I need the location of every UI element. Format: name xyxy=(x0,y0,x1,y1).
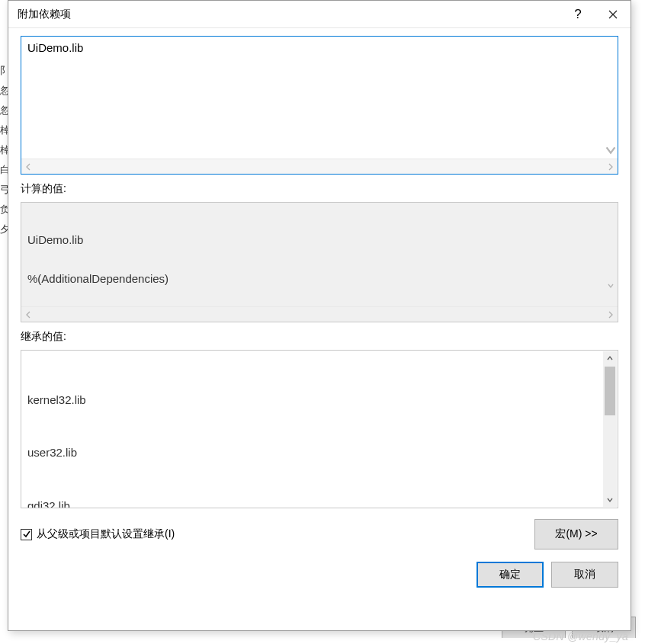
scroll-down-button[interactable] xyxy=(603,493,617,507)
chevron-up-icon xyxy=(606,354,614,362)
inherited-lib: user32.lib xyxy=(27,444,601,461)
calc-hscroll[interactable] xyxy=(21,306,618,322)
titlebar: 附加依赖项 ? xyxy=(8,1,631,28)
dependencies-textarea[interactable] xyxy=(21,37,618,159)
dialog-action-row: 确定 取消 xyxy=(21,562,618,588)
close-button[interactable] xyxy=(595,1,631,27)
calc-vscroll-down[interactable] xyxy=(575,266,615,305)
ok-button[interactable]: 确定 xyxy=(477,562,544,588)
chevron-left-icon xyxy=(24,311,32,319)
inherited-vscroll[interactable] xyxy=(603,351,617,507)
inherited-values-box: kernel32.lib user32.lib gdi32.lib winspo… xyxy=(21,350,618,508)
inherited-lib: gdi32.lib xyxy=(27,497,601,508)
inherited-lib: kernel32.lib xyxy=(27,391,601,409)
close-icon xyxy=(608,10,618,19)
dialog-title: 附加依赖项 xyxy=(18,8,560,21)
check-icon xyxy=(22,530,31,539)
calculated-values-content: UiDemo.lib %(AdditionalDependencies) xyxy=(21,203,618,306)
chevron-down-icon xyxy=(607,282,615,290)
scroll-up-button[interactable] xyxy=(603,351,617,365)
inherit-checkbox-label: 从父级或项目默认设置继承(I) xyxy=(37,527,175,541)
scroll-thumb[interactable] xyxy=(605,367,615,415)
inherited-values-label: 继承的值: xyxy=(21,330,618,344)
options-row: 从父级或项目默认设置继承(I) 宏(M) >> xyxy=(21,519,618,549)
calculated-values-box: UiDemo.lib %(AdditionalDependencies) xyxy=(21,202,618,322)
calc-line: UiDemo.lib xyxy=(27,233,611,246)
dependencies-editor xyxy=(21,36,618,175)
chevron-right-icon xyxy=(607,163,615,171)
editor-hscroll[interactable] xyxy=(21,159,618,174)
help-button[interactable]: ? xyxy=(560,1,595,27)
calculated-values-label: 计算的值: xyxy=(21,182,618,196)
inherited-values-content: kernel32.lib user32.lib gdi32.lib winspo… xyxy=(21,351,618,508)
chevron-down-icon xyxy=(606,496,614,504)
calc-line: %(AdditionalDependencies) xyxy=(27,272,611,285)
chevron-right-icon xyxy=(607,311,615,319)
checkbox-box xyxy=(21,529,32,540)
cancel-button[interactable]: 取消 xyxy=(551,562,618,588)
additional-dependencies-dialog: 附加依赖项 ? 计算的值: UiDemo.lib %(Addi xyxy=(8,0,631,631)
chevron-down-icon xyxy=(604,143,618,157)
dialog-body: 计算的值: UiDemo.lib %(AdditionalDependencie… xyxy=(8,28,631,630)
macros-button[interactable]: 宏(M) >> xyxy=(534,519,618,549)
editor-vscroll[interactable] xyxy=(604,37,618,159)
chevron-left-icon xyxy=(24,163,32,171)
titlebar-controls: ? xyxy=(560,1,631,27)
inherit-from-parent-checkbox[interactable]: 从父级或项目默认设置继承(I) xyxy=(21,527,175,541)
